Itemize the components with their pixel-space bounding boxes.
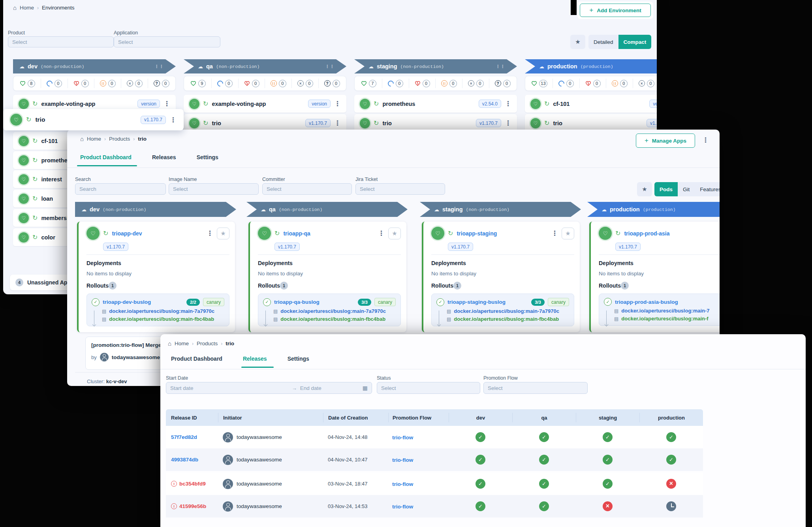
breadcrumb-products[interactable]: Products [197,341,218,346]
kebab-menu-icon[interactable]: ⋮ [551,230,558,237]
drag-handle-icon[interactable]: ⋮⋮ [496,64,505,69]
drag-handle-icon[interactable]: ⋮⋮ [325,64,335,69]
header-production[interactable]: production [639,413,703,422]
env-header-qa[interactable]: ☁ qa (non-production) [246,202,408,217]
header-date-of-creation[interactable]: Date of Creation [323,413,388,422]
tab-settings[interactable]: Settings [288,356,309,362]
app-name[interactable]: trio [35,116,45,123]
app-name[interactable]: trio [212,120,221,126]
app-name[interactable]: cf-101 [553,101,570,107]
compact-view-option[interactable]: Compact [618,35,652,49]
app-link[interactable]: trioapp-prod-asia [624,230,669,237]
header-staging[interactable]: staging [576,413,639,422]
image-ref[interactable]: docker.io/aperturesci/buslog:main-fbc4ba… [280,316,385,322]
app-link[interactable]: trioapp-dev [112,230,142,237]
git-view-option[interactable]: Git [678,182,695,196]
home-icon[interactable]: ⌂ [80,136,84,142]
home-icon[interactable]: ⌂ [13,5,17,11]
rollout-link[interactable]: trioapp-qa-buslog [274,299,320,305]
image-ref[interactable]: docker.io/aperturesci/buslog:main-7 [621,308,709,314]
env-header-production[interactable]: ☁ production (production) ⋮⋮ [525,59,657,73]
search-input[interactable] [75,183,166,195]
app-link[interactable]: trioapp-qa [283,230,310,237]
app-name[interactable]: example-voting-app [212,101,266,107]
rollout-link[interactable]: trioapp-prod-asia-buslog [615,299,678,305]
app-row[interactable]: prometheus v2.54.0 ⋮ [354,95,517,113]
release-id-link[interactable]: 41599e56b [179,503,206,509]
favorite-star-button[interactable]: ★ [388,228,401,239]
kebab-menu-icon[interactable]: ⋮ [170,117,177,123]
detailed-view-option[interactable]: Detailed [588,35,618,49]
release-row[interactable]: !41599e56b todaywasawesome 03-Nov-24, 14… [166,495,703,518]
image-ref[interactable]: docker.io/aperturesci/buslog:main-7a7970… [454,308,559,314]
release-id-link[interactable]: 4993874db [171,457,198,463]
kebab-menu-icon[interactable]: ⋮ [719,230,720,237]
env-header-staging[interactable]: ☁ staging (non-production) ⋮⋮ [354,59,517,73]
rollout-card[interactable]: ✓ trioapp-qa-buslog 3/3 canary ▤docker.i… [258,294,401,326]
promotion-flow-link[interactable]: trio-flow [392,435,413,440]
app-row[interactable]: example-voting-app version ⋮ [184,95,346,113]
tab-settings[interactable]: Settings [197,154,218,160]
env-header-staging[interactable]: ☁ staging (non-production) [420,202,581,217]
image-ref[interactable]: docker.io/aperturesci/buslog:main-f [621,316,708,322]
kebab-menu-icon[interactable]: ⋮ [505,100,511,107]
header-qa[interactable]: qa [512,413,576,422]
image-ref[interactable]: docker.io/aperturesci/buslog:main-7a7970… [280,308,386,314]
window-kebab-menu-icon[interactable]: ⋮ [702,137,709,143]
tab-product-dashboard[interactable]: Product Dashboard [80,154,132,160]
favorites-star-button[interactable]: ★ [570,35,585,49]
promotion-flow-link[interactable]: trio-flow [392,457,413,463]
header-promotion-flow[interactable]: Promotion Flow [388,413,449,422]
release-id-link[interactable]: 57f7ed82d [171,434,197,440]
date-range-input[interactable]: Start date → End date ▦ [166,382,372,394]
rollout-card[interactable]: ✓ trioapp-staging-buslog 3/3 canary ▤doc… [431,294,574,326]
image-ref[interactable]: docker.io/aperturesci/buslog:main-7a7970… [109,308,214,314]
favorites-star-button[interactable]: ★ [637,182,652,196]
status-select[interactable] [377,382,480,394]
header-initiator[interactable]: Initiator [218,413,323,422]
release-row[interactable]: 4993874db todaywasawesome 04-Nov-24, 10:… [166,448,703,471]
app-row[interactable]: cf-101 version ⋮ [525,95,657,113]
features-view-option[interactable]: Features [695,182,720,196]
release-row[interactable]: !bc354bfd9 todaywasawesome 03-Nov-24, 18… [166,472,703,495]
home-icon[interactable]: ⌂ [168,341,171,346]
rollout-link[interactable]: trioapp-dev-buslog [103,299,151,305]
app-link[interactable]: trioapp-staging [457,230,497,237]
header-dev[interactable]: dev [449,413,512,422]
app-row-trio-hovered[interactable]: trio v1.170.7 ⋮ [3,109,184,130]
rollout-card[interactable]: ✓ trioapp-dev-buslog 2/2 canary ▤docker.… [86,294,229,326]
env-header-qa[interactable]: ☁ qa (non-production) ⋮⋮ [184,59,346,73]
kebab-menu-icon[interactable]: ⋮ [334,120,341,126]
tab-releases[interactable]: Releases [243,356,267,362]
calendar-icon[interactable]: ▦ [363,385,368,391]
favorite-star-button[interactable]: ★ [562,228,574,239]
breadcrumb-home[interactable]: Home [175,341,189,346]
kebab-menu-icon[interactable]: ⋮ [207,230,213,237]
breadcrumb-home[interactable]: Home [87,136,101,142]
kebab-menu-icon[interactable]: ⋮ [378,230,385,237]
rollout-link[interactable]: trioapp-staging-buslog [447,299,506,305]
kebab-menu-icon[interactable]: ⋮ [505,120,511,126]
image-ref[interactable]: docker.io/aperturesci/buslog:main-fbc4ba… [109,316,214,322]
app-name[interactable]: interest [41,176,62,183]
env-header-dev[interactable]: ☁ dev (non-production) [75,202,236,217]
application-filter-input[interactable] [114,36,220,47]
app-name[interactable]: example-voting-app [41,101,95,107]
header-release-id[interactable]: Release ID [166,413,218,422]
promotion-flow-link[interactable]: trio-flow [392,481,413,487]
release-id-link[interactable]: bc354bfd9 [179,481,206,487]
app-name[interactable]: cf-101 [41,138,58,144]
image-ref[interactable]: docker.io/aperturesci/buslog:main-fbc4ba… [454,316,559,322]
app-name[interactable]: loan [41,196,53,202]
promotion-flow-link[interactable]: trio-flow [392,504,413,510]
breadcrumb-products[interactable]: Products [109,136,130,142]
app-name[interactable]: trio [553,120,562,126]
favorite-star-button[interactable]: ★ [217,228,229,239]
release-row[interactable]: 57f7ed82d todaywasawesome 04-Nov-24, 14:… [166,426,703,448]
product-filter-input[interactable] [8,36,114,47]
pods-view-option[interactable]: Pods [654,182,678,196]
rollout-card[interactable]: ✓ trioapp-prod-asia-buslog 3/3 ▤docker.i… [599,294,720,326]
add-environment-button[interactable]: + Add Environment [580,4,651,17]
app-name[interactable]: prometheus [382,101,415,107]
promotion-flow-select[interactable] [483,382,588,394]
